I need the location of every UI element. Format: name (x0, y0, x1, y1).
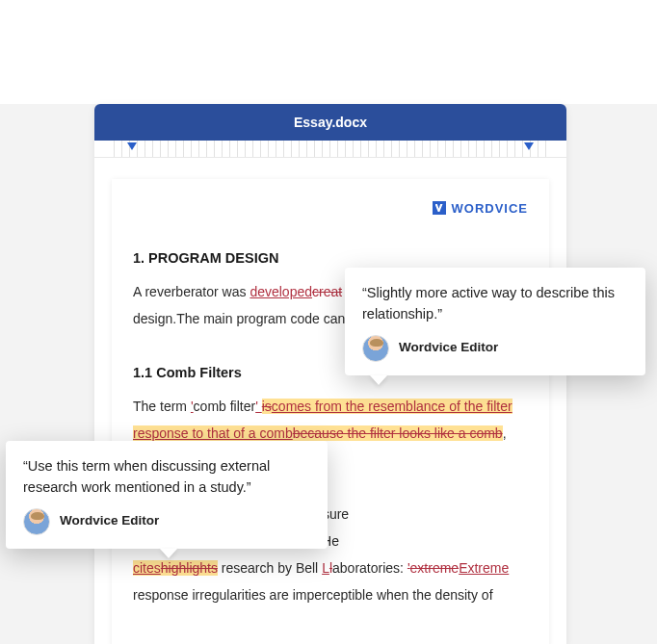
comment-author: Wordvice Editor (23, 508, 310, 535)
text: aboratories: (332, 560, 407, 576)
tracked-insert: cites (133, 560, 161, 576)
brand-name: WORDVICE (452, 201, 529, 216)
ruler-indent-left[interactable] (127, 142, 137, 150)
tooltip-arrow-icon (160, 549, 177, 558)
avatar-icon (362, 335, 389, 362)
text: design.The main program code can (133, 311, 345, 326)
window-titlebar: Essay.docx (94, 104, 566, 141)
tracked-delete: highlights (161, 560, 218, 576)
avatar-icon (23, 508, 50, 535)
ruler-ticks (114, 141, 547, 157)
comment-tooltip: Use this term when discussing external r… (6, 441, 328, 549)
text: The term (133, 399, 191, 414)
author-name: Wordvice Editor (399, 338, 498, 357)
author-name: Wordvice Editor (60, 511, 159, 530)
tracked-insert: L (322, 560, 329, 576)
tracked-delete: is (262, 399, 272, 414)
text: A reverberator was (133, 284, 250, 299)
tracked-delete: creat (312, 284, 342, 299)
brand-logo-icon (433, 201, 446, 215)
comment-author: Wordvice Editor (362, 335, 628, 362)
tooltip-arrow-icon (370, 375, 387, 385)
stage: Essay.docx WORDVICE 1. PROGRAM DESIGN A … (0, 104, 657, 644)
tracked-insert: Extreme (459, 560, 509, 576)
comment-text: Use this term when discussing external r… (23, 456, 310, 499)
text: comb filter (194, 399, 256, 414)
window-title: Essay.docx (294, 115, 367, 130)
text: , (503, 425, 507, 441)
tracked-insert: developed (250, 284, 312, 299)
comment-tooltip: Slightly more active way to describe thi… (345, 268, 645, 375)
tracked-delete: extreme (410, 560, 460, 576)
comment-text: Slightly more active way to describe thi… (362, 283, 628, 325)
tracked-delete: because the filter looks like a comb (293, 425, 503, 441)
ruler-indent-right[interactable] (524, 142, 534, 150)
brand: WORDVICE (133, 196, 528, 221)
text: research by Bell (218, 560, 322, 576)
document-page: WORDVICE 1. PROGRAM DESIGN A reverberato… (112, 179, 549, 644)
ruler (94, 141, 566, 158)
text: response irregularities are imperceptibl… (133, 587, 493, 603)
